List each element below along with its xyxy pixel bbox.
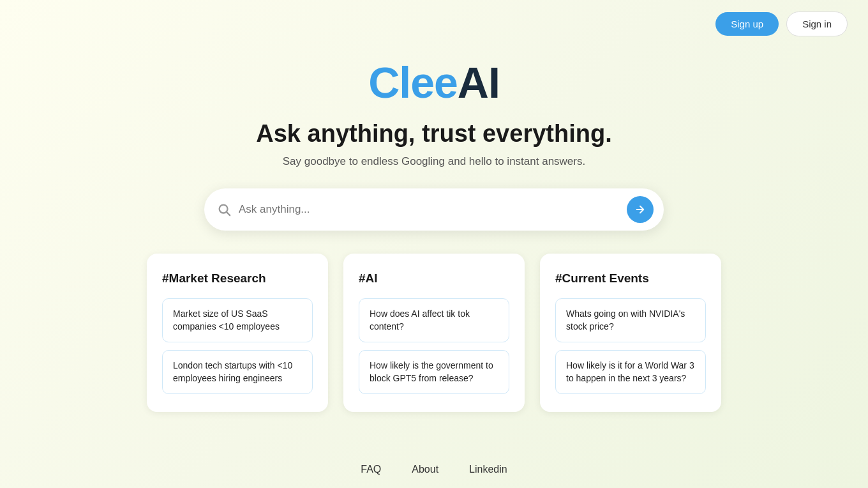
tagline-heading: Ask anything, trust everything. — [256, 120, 611, 148]
card-item[interactable]: London tech startups with <10 employees … — [162, 350, 313, 394]
card-ai: #AI How does AI affect tik tok content? … — [343, 254, 525, 412]
card-current-events: #Current Events Whats going on with NVID… — [540, 254, 721, 412]
main-content: CleeAI Ask anything, trust everything. S… — [0, 0, 868, 412]
signin-button[interactable]: Sign in — [786, 11, 848, 36]
cards-row: #Market Research Market size of US SaaS … — [147, 254, 721, 412]
card-category-current-events: #Current Events — [555, 271, 706, 286]
logo: CleeAI — [368, 57, 500, 107]
logo-clee: Clee — [368, 58, 458, 107]
card-category-ai: #AI — [359, 271, 509, 286]
search-icon — [217, 202, 231, 217]
card-item[interactable]: How likely is the government to block GP… — [359, 350, 509, 394]
svg-line-1 — [227, 212, 230, 215]
footer-link-faq[interactable]: FAQ — [361, 464, 381, 475]
header: Sign up Sign in — [0, 0, 868, 48]
footer: FAQ About Linkedin — [361, 464, 507, 475]
footer-link-linkedin[interactable]: Linkedin — [469, 464, 507, 475]
search-bar — [204, 188, 664, 231]
search-input[interactable] — [239, 203, 627, 216]
search-submit-button[interactable] — [627, 196, 654, 223]
logo-ai: AI — [458, 58, 500, 107]
card-item[interactable]: Whats going on with NVIDIA's stock price… — [555, 298, 706, 342]
card-market-research: #Market Research Market size of US SaaS … — [147, 254, 328, 412]
card-item[interactable]: How does AI affect tik tok content? — [359, 298, 509, 342]
card-category-market-research: #Market Research — [162, 271, 313, 286]
footer-link-about[interactable]: About — [412, 464, 438, 475]
card-item[interactable]: How likely is it for a World War 3 to ha… — [555, 350, 706, 394]
signup-button[interactable]: Sign up — [715, 12, 779, 36]
tagline-subheading: Say goodbye to endless Googling and hell… — [283, 155, 585, 168]
card-item[interactable]: Market size of US SaaS companies <10 emp… — [162, 298, 313, 342]
